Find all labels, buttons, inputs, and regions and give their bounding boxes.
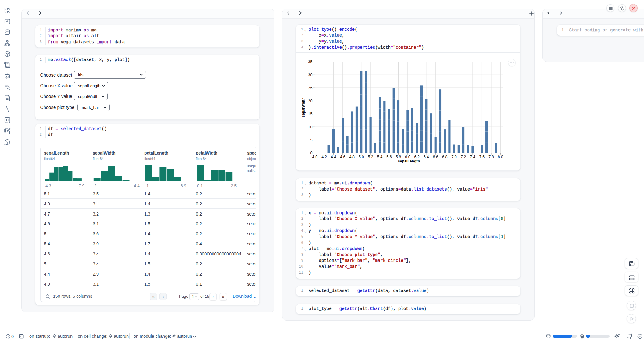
- svg-text:15: 15: [308, 112, 313, 116]
- svg-text:6.2: 6.2: [414, 155, 420, 159]
- svg-text:sepalLength: sepalLength: [398, 159, 420, 163]
- svg-text:8.0: 8.0: [498, 155, 503, 159]
- svg-text:4.0: 4.0: [312, 155, 317, 159]
- svg-text:35: 35: [308, 60, 313, 64]
- svg-text:25: 25: [308, 86, 313, 90]
- svg-text:5.6: 5.6: [386, 155, 392, 159]
- svg-text:30: 30: [308, 73, 313, 77]
- svg-text:7.2: 7.2: [461, 155, 466, 159]
- svg-text:6.6: 6.6: [433, 155, 438, 159]
- svg-text:0: 0: [310, 151, 313, 155]
- svg-text:4.4: 4.4: [331, 155, 336, 159]
- svg-text:5.0: 5.0: [359, 155, 364, 159]
- svg-text:4.2: 4.2: [321, 155, 327, 159]
- svg-text:4.8: 4.8: [349, 155, 355, 159]
- svg-text:sepalWidth: sepalWidth: [301, 97, 306, 117]
- svg-text:5: 5: [310, 138, 313, 142]
- svg-text:7.4: 7.4: [470, 155, 475, 159]
- svg-text:7.8: 7.8: [488, 155, 494, 159]
- svg-text:6.8: 6.8: [442, 155, 447, 159]
- svg-text:7.0: 7.0: [451, 155, 456, 159]
- svg-text:6.4: 6.4: [424, 155, 429, 159]
- svg-text:5.4: 5.4: [377, 155, 382, 159]
- svg-text:4.6: 4.6: [340, 155, 345, 159]
- svg-text:5.8: 5.8: [396, 155, 401, 159]
- svg-text:5.2: 5.2: [368, 155, 373, 159]
- svg-text:10: 10: [308, 125, 313, 129]
- svg-text:7.6: 7.6: [479, 155, 485, 159]
- svg-text:20: 20: [308, 99, 313, 103]
- svg-text:6.0: 6.0: [405, 155, 410, 159]
